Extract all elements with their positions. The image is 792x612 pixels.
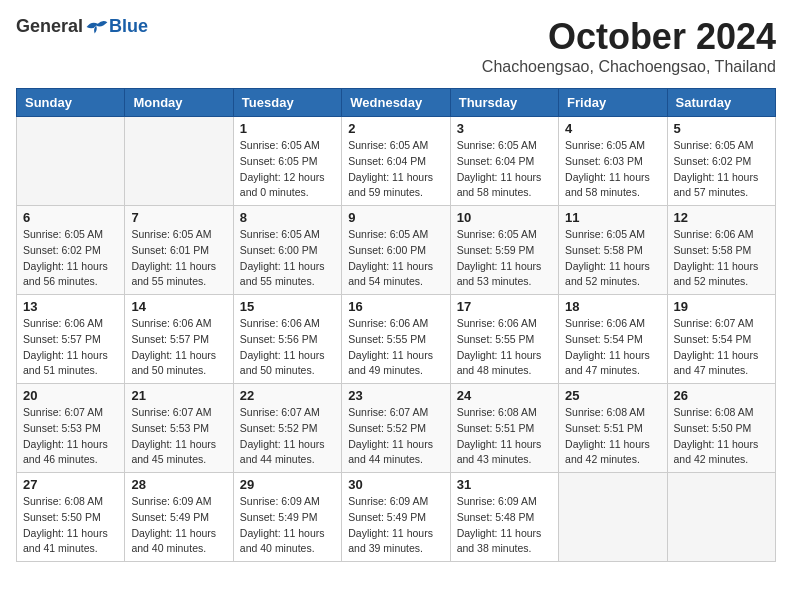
weekday-header: Wednesday (342, 89, 450, 117)
weekday-header: Tuesday (233, 89, 341, 117)
day-info: Sunrise: 6:09 AMSunset: 5:49 PMDaylight:… (240, 494, 335, 557)
day-number: 4 (565, 121, 660, 136)
calendar-cell: 23Sunrise: 6:07 AMSunset: 5:52 PMDayligh… (342, 384, 450, 473)
calendar-week-row: 13Sunrise: 6:06 AMSunset: 5:57 PMDayligh… (17, 295, 776, 384)
day-info: Sunrise: 6:07 AMSunset: 5:53 PMDaylight:… (131, 405, 226, 468)
day-info: Sunrise: 6:08 AMSunset: 5:50 PMDaylight:… (23, 494, 118, 557)
calendar-week-row: 20Sunrise: 6:07 AMSunset: 5:53 PMDayligh… (17, 384, 776, 473)
day-number: 18 (565, 299, 660, 314)
calendar-cell: 11Sunrise: 6:05 AMSunset: 5:58 PMDayligh… (559, 206, 667, 295)
calendar-cell: 26Sunrise: 6:08 AMSunset: 5:50 PMDayligh… (667, 384, 775, 473)
calendar-cell (667, 473, 775, 562)
title-section: October 2024 Chachoengsao, Chachoengsao,… (482, 16, 776, 76)
logo-blue: Blue (109, 16, 148, 37)
weekday-header: Sunday (17, 89, 125, 117)
calendar-cell: 12Sunrise: 6:06 AMSunset: 5:58 PMDayligh… (667, 206, 775, 295)
day-info: Sunrise: 6:06 AMSunset: 5:55 PMDaylight:… (348, 316, 443, 379)
calendar-cell: 7Sunrise: 6:05 AMSunset: 6:01 PMDaylight… (125, 206, 233, 295)
calendar-cell: 8Sunrise: 6:05 AMSunset: 6:00 PMDaylight… (233, 206, 341, 295)
day-number: 28 (131, 477, 226, 492)
calendar-week-row: 27Sunrise: 6:08 AMSunset: 5:50 PMDayligh… (17, 473, 776, 562)
day-info: Sunrise: 6:09 AMSunset: 5:49 PMDaylight:… (131, 494, 226, 557)
calendar-cell: 15Sunrise: 6:06 AMSunset: 5:56 PMDayligh… (233, 295, 341, 384)
weekday-header: Thursday (450, 89, 558, 117)
calendar-table: SundayMondayTuesdayWednesdayThursdayFrid… (16, 88, 776, 562)
calendar-cell: 2Sunrise: 6:05 AMSunset: 6:04 PMDaylight… (342, 117, 450, 206)
day-number: 24 (457, 388, 552, 403)
day-number: 29 (240, 477, 335, 492)
calendar-week-row: 6Sunrise: 6:05 AMSunset: 6:02 PMDaylight… (17, 206, 776, 295)
weekday-header: Friday (559, 89, 667, 117)
day-info: Sunrise: 6:06 AMSunset: 5:57 PMDaylight:… (23, 316, 118, 379)
day-info: Sunrise: 6:05 AMSunset: 6:02 PMDaylight:… (23, 227, 118, 290)
day-info: Sunrise: 6:09 AMSunset: 5:48 PMDaylight:… (457, 494, 552, 557)
day-number: 15 (240, 299, 335, 314)
day-number: 26 (674, 388, 769, 403)
day-info: Sunrise: 6:05 AMSunset: 6:01 PMDaylight:… (131, 227, 226, 290)
day-info: Sunrise: 6:09 AMSunset: 5:49 PMDaylight:… (348, 494, 443, 557)
calendar-cell: 31Sunrise: 6:09 AMSunset: 5:48 PMDayligh… (450, 473, 558, 562)
day-info: Sunrise: 6:06 AMSunset: 5:57 PMDaylight:… (131, 316, 226, 379)
day-info: Sunrise: 6:08 AMSunset: 5:51 PMDaylight:… (457, 405, 552, 468)
day-info: Sunrise: 6:05 AMSunset: 6:03 PMDaylight:… (565, 138, 660, 201)
day-info: Sunrise: 6:07 AMSunset: 5:52 PMDaylight:… (240, 405, 335, 468)
day-number: 17 (457, 299, 552, 314)
day-info: Sunrise: 6:05 AMSunset: 6:04 PMDaylight:… (348, 138, 443, 201)
calendar-cell: 16Sunrise: 6:06 AMSunset: 5:55 PMDayligh… (342, 295, 450, 384)
day-number: 23 (348, 388, 443, 403)
day-number: 16 (348, 299, 443, 314)
day-number: 30 (348, 477, 443, 492)
day-number: 9 (348, 210, 443, 225)
logo-general: General (16, 16, 83, 37)
day-number: 14 (131, 299, 226, 314)
calendar-cell: 18Sunrise: 6:06 AMSunset: 5:54 PMDayligh… (559, 295, 667, 384)
page-header: General Blue October 2024 Chachoengsao, … (16, 16, 776, 76)
day-number: 10 (457, 210, 552, 225)
day-info: Sunrise: 6:07 AMSunset: 5:53 PMDaylight:… (23, 405, 118, 468)
calendar-cell: 22Sunrise: 6:07 AMSunset: 5:52 PMDayligh… (233, 384, 341, 473)
calendar-cell: 27Sunrise: 6:08 AMSunset: 5:50 PMDayligh… (17, 473, 125, 562)
day-info: Sunrise: 6:07 AMSunset: 5:52 PMDaylight:… (348, 405, 443, 468)
day-info: Sunrise: 6:07 AMSunset: 5:54 PMDaylight:… (674, 316, 769, 379)
calendar-cell: 25Sunrise: 6:08 AMSunset: 5:51 PMDayligh… (559, 384, 667, 473)
day-number: 11 (565, 210, 660, 225)
day-number: 5 (674, 121, 769, 136)
month-title: October 2024 (482, 16, 776, 58)
day-number: 27 (23, 477, 118, 492)
calendar-cell: 24Sunrise: 6:08 AMSunset: 5:51 PMDayligh… (450, 384, 558, 473)
day-info: Sunrise: 6:05 AMSunset: 6:02 PMDaylight:… (674, 138, 769, 201)
calendar-cell: 3Sunrise: 6:05 AMSunset: 6:04 PMDaylight… (450, 117, 558, 206)
logo-bird-icon (85, 17, 109, 37)
calendar-cell: 28Sunrise: 6:09 AMSunset: 5:49 PMDayligh… (125, 473, 233, 562)
day-number: 19 (674, 299, 769, 314)
calendar-cell: 1Sunrise: 6:05 AMSunset: 6:05 PMDaylight… (233, 117, 341, 206)
day-info: Sunrise: 6:06 AMSunset: 5:54 PMDaylight:… (565, 316, 660, 379)
day-info: Sunrise: 6:05 AMSunset: 6:04 PMDaylight:… (457, 138, 552, 201)
day-info: Sunrise: 6:05 AMSunset: 5:59 PMDaylight:… (457, 227, 552, 290)
calendar-cell: 4Sunrise: 6:05 AMSunset: 6:03 PMDaylight… (559, 117, 667, 206)
weekday-header: Monday (125, 89, 233, 117)
calendar-cell: 19Sunrise: 6:07 AMSunset: 5:54 PMDayligh… (667, 295, 775, 384)
day-info: Sunrise: 6:05 AMSunset: 6:05 PMDaylight:… (240, 138, 335, 201)
day-number: 25 (565, 388, 660, 403)
day-number: 13 (23, 299, 118, 314)
day-number: 3 (457, 121, 552, 136)
calendar-cell: 5Sunrise: 6:05 AMSunset: 6:02 PMDaylight… (667, 117, 775, 206)
day-number: 12 (674, 210, 769, 225)
day-info: Sunrise: 6:06 AMSunset: 5:55 PMDaylight:… (457, 316, 552, 379)
day-number: 20 (23, 388, 118, 403)
calendar-cell: 10Sunrise: 6:05 AMSunset: 5:59 PMDayligh… (450, 206, 558, 295)
calendar-cell (559, 473, 667, 562)
weekday-header: Saturday (667, 89, 775, 117)
calendar-header-row: SundayMondayTuesdayWednesdayThursdayFrid… (17, 89, 776, 117)
day-info: Sunrise: 6:08 AMSunset: 5:51 PMDaylight:… (565, 405, 660, 468)
calendar-cell: 20Sunrise: 6:07 AMSunset: 5:53 PMDayligh… (17, 384, 125, 473)
day-info: Sunrise: 6:05 AMSunset: 5:58 PMDaylight:… (565, 227, 660, 290)
calendar-cell: 13Sunrise: 6:06 AMSunset: 5:57 PMDayligh… (17, 295, 125, 384)
day-number: 21 (131, 388, 226, 403)
day-number: 1 (240, 121, 335, 136)
day-number: 2 (348, 121, 443, 136)
day-info: Sunrise: 6:06 AMSunset: 5:58 PMDaylight:… (674, 227, 769, 290)
day-info: Sunrise: 6:05 AMSunset: 6:00 PMDaylight:… (348, 227, 443, 290)
day-number: 7 (131, 210, 226, 225)
